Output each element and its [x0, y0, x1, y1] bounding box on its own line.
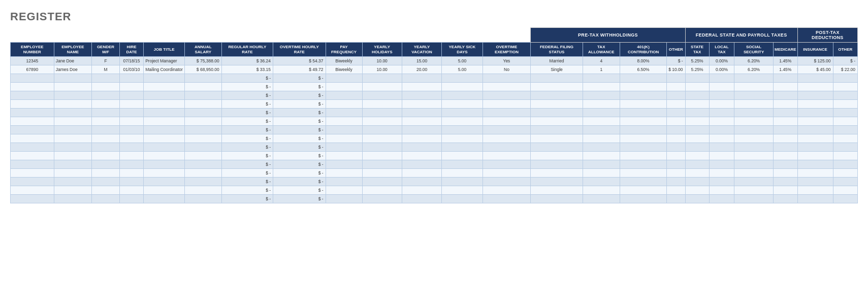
table-cell-empty [667, 134, 685, 143]
table-cell-empty [709, 91, 734, 100]
table-cell-empty [685, 134, 709, 143]
table-cell-empty [774, 160, 798, 169]
table-cell: F [92, 57, 120, 65]
table-cell-empty [119, 91, 143, 100]
table-cell: Mailing Coordinator [144, 65, 185, 74]
table-cell-empty [833, 195, 858, 203]
table-cell: 5.25% [685, 65, 709, 74]
table-cell-empty [402, 117, 441, 126]
table-cell-empty [92, 91, 120, 100]
table-cell: 6.20% [734, 57, 774, 65]
table-row-empty: $ -$ - [11, 143, 858, 152]
table-cell-empty [833, 126, 858, 134]
table-cell: $ - [667, 57, 685, 65]
table-cell-empty [11, 152, 54, 160]
table-cell-empty [442, 91, 483, 100]
table-cell-empty [184, 178, 221, 186]
table-cell-empty [184, 126, 221, 134]
table-cell-empty [119, 83, 143, 91]
table-cell-empty [483, 178, 531, 186]
table-cell-empty: $ - [273, 186, 326, 195]
table-row-empty: $ -$ - [11, 186, 858, 195]
table-cell-empty [709, 169, 734, 178]
table-cell-empty [620, 91, 666, 100]
table-cell-empty: $ - [221, 195, 273, 203]
table-cell-empty [11, 100, 54, 109]
table-cell-empty: $ - [221, 117, 273, 126]
table-cell: 4 [583, 57, 620, 65]
table-cell-empty [833, 83, 858, 91]
table-cell-empty [734, 186, 774, 195]
table-row-empty: $ -$ - [11, 134, 858, 143]
table-cell: James Doe [54, 65, 91, 74]
table-cell-empty [184, 100, 221, 109]
table-cell-empty [184, 143, 221, 152]
table-cell-empty [92, 160, 120, 169]
table-cell-empty: $ - [273, 143, 326, 152]
table-cell-empty [734, 134, 774, 143]
table-row-empty: $ -$ - [11, 74, 858, 83]
table-cell-empty [667, 143, 685, 152]
table-cell-empty [531, 143, 583, 152]
table-cell-empty [734, 126, 774, 134]
table-cell-empty [92, 126, 120, 134]
table-cell-empty [583, 109, 620, 117]
table-cell-empty [184, 195, 221, 203]
table-cell-empty [583, 160, 620, 169]
table-cell-empty [11, 169, 54, 178]
table-cell-empty [833, 160, 858, 169]
table-cell-empty [797, 143, 833, 152]
table-cell: 10.00 [362, 65, 402, 74]
table-cell-empty [833, 186, 858, 195]
table-cell: 5.25% [685, 57, 709, 65]
table-cell-empty [797, 178, 833, 186]
table-cell-empty [402, 83, 441, 91]
col-gender: GENDER M/F [92, 43, 120, 57]
table-cell-empty: $ - [221, 160, 273, 169]
table-cell-empty [620, 169, 666, 178]
table-cell-empty [119, 160, 143, 169]
table-cell-empty [54, 83, 91, 91]
table-cell-empty [144, 152, 185, 160]
table-cell-empty [685, 152, 709, 160]
table-cell-empty [184, 152, 221, 160]
table-cell-empty [734, 169, 774, 178]
table-cell: 15.00 [402, 57, 441, 65]
table-cell-empty [402, 91, 441, 100]
table-cell: 12345 [11, 57, 54, 65]
table-cell-empty [685, 109, 709, 117]
table-cell: Biweekly [326, 65, 362, 74]
payroll-register-table: PRE-TAX WITHHOLDINGS FEDERAL STATE AND P… [10, 27, 858, 203]
table-cell-empty [442, 195, 483, 203]
table-cell-empty [797, 195, 833, 203]
col-other-posttax: OTHER [833, 43, 858, 57]
table-cell-empty [709, 109, 734, 117]
table-cell-empty [583, 195, 620, 203]
table-cell-empty [833, 143, 858, 152]
table-row: 12345Jane DoeF07/18/15Project Manager$ 7… [11, 57, 858, 65]
table-cell-empty [734, 178, 774, 186]
table-cell-empty [797, 83, 833, 91]
table-cell-empty [774, 134, 798, 143]
column-header-row: EMPLOYEE NUMBER EMPLOYEE NAME GENDER M/F… [11, 43, 858, 57]
table-cell-empty [326, 178, 362, 186]
col-pay-freq: PAY FREQUENCY [326, 43, 362, 57]
table-cell-empty [119, 117, 143, 126]
table-cell-empty [144, 134, 185, 143]
table-cell-empty [54, 195, 91, 203]
table-cell-empty [326, 160, 362, 169]
table-cell-empty [620, 126, 666, 134]
table-cell-empty [184, 186, 221, 195]
group-empty-3 [326, 28, 362, 43]
table-cell-empty [833, 117, 858, 126]
table-cell-empty: $ - [273, 100, 326, 109]
table-cell-empty [774, 117, 798, 126]
table-row-empty: $ -$ - [11, 195, 858, 203]
table-cell-empty [709, 143, 734, 152]
table-cell-empty [362, 195, 402, 203]
table-cell-empty [709, 195, 734, 203]
group-pretax: PRE-TAX WITHHOLDINGS [531, 28, 685, 43]
table-cell-empty [184, 109, 221, 117]
table-cell-empty [774, 109, 798, 117]
col-medicare: MEDICARE [774, 43, 798, 57]
